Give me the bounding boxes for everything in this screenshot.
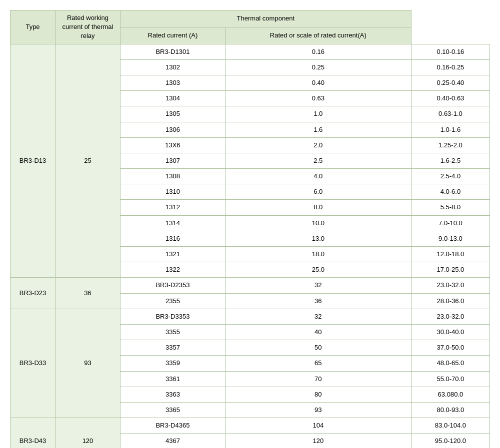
cell-component: 3355 xyxy=(120,324,226,340)
cell-rated-scale: 80.0-93.0 xyxy=(411,402,490,418)
cell-rated-scale: 30.0-40.0 xyxy=(411,324,490,340)
cell-component: 2355 xyxy=(120,293,226,309)
cell-rated-current: 2.0 xyxy=(225,137,411,153)
cell-rated-scale: 95.0-120.0 xyxy=(411,434,490,448)
cell-component: 3359 xyxy=(120,356,226,371)
cell-rated-current: 40 xyxy=(225,324,411,340)
cell-component: 1316 xyxy=(120,231,226,246)
cell-rated-scale: 63.080.0 xyxy=(411,387,490,402)
cell-component: 1304 xyxy=(120,91,226,106)
table-row: BR3-D2336BR3-D23533223.0-32.0 xyxy=(10,278,490,293)
cell-rated-current: 104 xyxy=(225,418,411,434)
cell-rated-scale: 9.0-13.0 xyxy=(411,231,490,246)
cell-component: 1322 xyxy=(120,262,226,278)
main-table: Type Rated working current of thermal re… xyxy=(10,10,490,448)
cell-component: 4367 xyxy=(120,434,226,448)
cell-rated-current: 4.0 xyxy=(225,169,411,184)
cell-rated-scale: 0.63-1.0 xyxy=(411,106,490,122)
cell-type: BR3-D43 xyxy=(10,418,56,448)
header-rated-working: Rated working current of thermal relay xyxy=(56,10,120,44)
header-rated-current: Rated current (A) xyxy=(120,27,226,44)
cell-component: 1308 xyxy=(120,169,226,184)
cell-component: 3363 xyxy=(120,387,226,402)
cell-type: BR3-D23 xyxy=(10,278,56,309)
cell-working-current: 93 xyxy=(56,309,120,418)
cell-rated-current: 25.0 xyxy=(225,262,411,278)
cell-rated-current: 0.16 xyxy=(225,44,411,59)
cell-rated-current: 2.5 xyxy=(225,153,411,168)
header-thermal-component: Thermal component xyxy=(120,10,412,27)
cell-rated-current: 0.25 xyxy=(225,59,411,75)
cell-rated-current: 18.0 xyxy=(225,247,411,262)
cell-component: 3365 xyxy=(120,402,226,418)
cell-component: 1303 xyxy=(120,75,226,90)
cell-component: 3361 xyxy=(120,371,226,387)
cell-rated-current: 0.63 xyxy=(225,91,411,106)
cell-rated-scale: 5.5-8.0 xyxy=(411,200,490,215)
cell-rated-scale: 1.0-1.6 xyxy=(411,122,490,137)
cell-component: 1302 xyxy=(120,59,226,75)
cell-working-current: 25 xyxy=(56,44,120,278)
cell-rated-scale: 23.0-32.0 xyxy=(411,278,490,293)
cell-rated-scale: 48.0-65.0 xyxy=(411,356,490,371)
cell-rated-scale: 7.0-10.0 xyxy=(411,215,490,231)
cell-component: BR3-D3353 xyxy=(120,309,226,324)
cell-rated-scale: 0.40-0.63 xyxy=(411,91,490,106)
cell-component: 1310 xyxy=(120,184,226,200)
cell-rated-current: 1.6 xyxy=(225,122,411,137)
cell-type: BR3-D13 xyxy=(10,44,56,278)
table-wrapper: Type Rated working current of thermal re… xyxy=(10,10,490,448)
header-rated-scale: Rated or scale of rated current(A) xyxy=(225,27,411,44)
table-row: BR3-D43120BR3-D436510483.0-104.0 xyxy=(10,418,490,434)
cell-component: 1306 xyxy=(120,122,226,137)
cell-rated-scale: 17.0-25.0 xyxy=(411,262,490,278)
cell-rated-current: 65 xyxy=(225,356,411,371)
header-type: Type xyxy=(10,10,56,44)
cell-component: 1305 xyxy=(120,106,226,122)
cell-rated-scale: 1.6-2.5 xyxy=(411,153,490,168)
cell-rated-current: 36 xyxy=(225,293,411,309)
cell-rated-scale: 0.25-0.40 xyxy=(411,75,490,90)
cell-rated-scale: 1.25-2.0 xyxy=(411,137,490,153)
cell-rated-scale: 4.0-6.0 xyxy=(411,184,490,200)
cell-rated-current: 8.0 xyxy=(225,200,411,215)
cell-component: BR3-D2353 xyxy=(120,278,226,293)
cell-rated-current: 70 xyxy=(225,371,411,387)
cell-rated-scale: 28.0-36.0 xyxy=(411,293,490,309)
cell-rated-current: 32 xyxy=(225,309,411,324)
table-row: BR3-D3393BR3-D33533223.0-32.0 xyxy=(10,309,490,324)
cell-rated-current: 120 xyxy=(225,434,411,448)
cell-component: 1321 xyxy=(120,247,226,262)
cell-component: 13X6 xyxy=(120,137,226,153)
cell-rated-scale: 12.0-18.0 xyxy=(411,247,490,262)
cell-rated-scale: 55.0-70.0 xyxy=(411,371,490,387)
cell-rated-current: 80 xyxy=(225,387,411,402)
cell-rated-scale: 23.0-32.0 xyxy=(411,309,490,324)
cell-rated-current: 10.0 xyxy=(225,215,411,231)
cell-component: 1312 xyxy=(120,200,226,215)
cell-rated-current: 93 xyxy=(225,402,411,418)
cell-working-current: 120 xyxy=(56,418,120,448)
cell-rated-current: 1.0 xyxy=(225,106,411,122)
cell-component: BR3-D4365 xyxy=(120,418,226,434)
cell-type: BR3-D33 xyxy=(10,309,56,418)
cell-rated-scale: 0.16-0.25 xyxy=(411,59,490,75)
cell-rated-current: 13.0 xyxy=(225,231,411,246)
cell-component: 3357 xyxy=(120,340,226,356)
table-row: BR3-D1325BR3-D13010.160.10-0.16 xyxy=(10,44,490,59)
cell-rated-scale: 83.0-104.0 xyxy=(411,418,490,434)
cell-rated-current: 6.0 xyxy=(225,184,411,200)
cell-rated-scale: 2.5-4.0 xyxy=(411,169,490,184)
cell-component: 1307 xyxy=(120,153,226,168)
cell-component: BR3-D1301 xyxy=(120,44,226,59)
cell-rated-current: 0.40 xyxy=(225,75,411,90)
cell-rated-current: 32 xyxy=(225,278,411,293)
cell-rated-scale: 0.10-0.16 xyxy=(411,44,490,59)
cell-component: 1314 xyxy=(120,215,226,231)
cell-working-current: 36 xyxy=(56,278,120,309)
cell-rated-current: 50 xyxy=(225,340,411,356)
cell-rated-scale: 37.0-50.0 xyxy=(411,340,490,356)
